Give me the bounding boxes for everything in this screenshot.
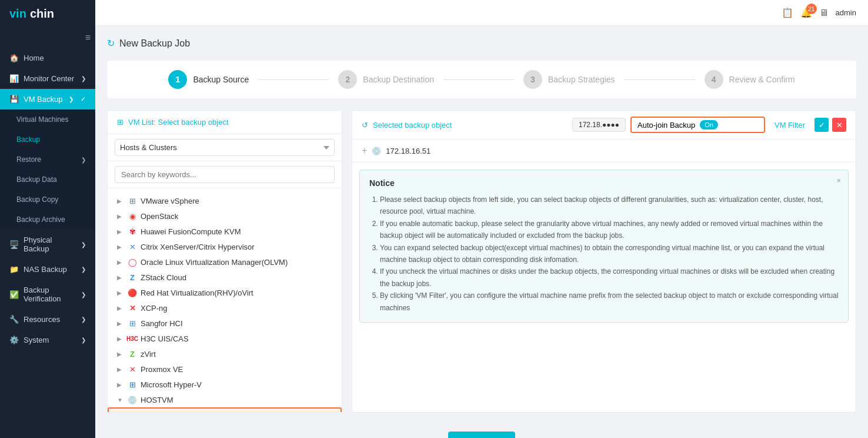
sidebar-sub-label: Backup Data [16,175,57,184]
step-4-number: 4 [705,70,723,89]
left-panel-title: VM List: Select backup object [128,118,229,127]
monitor-screen-icon[interactable]: 🖥 [819,8,829,18]
sidebar-sub-label: Restore [16,155,41,164]
expand-icon: ▶ [117,274,124,281]
sidebar-item-backup[interactable]: Backup [0,130,95,150]
sidebar-item-nas-backup[interactable]: 📁 NAS Backup ❯ [0,259,95,280]
step-2-label: Backup Destination [363,75,434,84]
tree-item-proxmox[interactable]: ▶ ✕ Proxmox VE [108,361,342,377]
tree-item-xcp[interactable]: ▶ ✕ XCP-ng [108,300,342,316]
refresh-icon[interactable]: ↻ [107,38,115,49]
expand-icon: ▼ [117,397,124,403]
hamburger-icon[interactable]: ≡ [0,28,95,48]
ip-badge: 172.18.●●●● [572,118,626,132]
auto-join-input[interactable] [723,121,758,130]
hosts-clusters-dropdown[interactable]: Hosts & Clusters [115,139,335,156]
citrix-icon: ✕ [128,242,137,251]
logo: vinchin [0,0,95,28]
sidebar-item-vm-backup[interactable]: 💾 VM Backup ❯ ✓ [0,89,95,110]
left-panel-header: ⊞ VM List: Select backup object [108,111,342,134]
sidebar-item-virtual-machines[interactable]: Virtual Machines [0,110,95,130]
cancel-button[interactable]: ✕ [832,118,846,132]
sidebar-item-system[interactable]: ⚙️ System ❯ [0,330,95,350]
expand-icon: ▶ [117,305,124,311]
chevron-right-icon: ❯ [81,157,86,163]
confirm-button[interactable]: ✓ [814,118,829,132]
sidebar-item-monitor[interactable]: 📊 Monitor Center ❯ [0,68,95,89]
tree-item-redhat[interactable]: ▶ 🔴 Red Hat Virtualization(RHV)/oVirt [108,285,342,300]
step-3-number: 3 [523,70,542,89]
wizard-step-4: 4 Review & Confirm [705,70,795,89]
tree-label: Proxmox VE [141,365,337,374]
sidebar-item-physical-backup[interactable]: 🖥️ Physical Backup ❯ [0,230,95,259]
tree-item-vmware[interactable]: ▶ ⊞ VMware vSphere [108,193,342,208]
sidebar-item-home[interactable]: 🏠 Home [0,48,95,68]
sidebar-item-backup-copy[interactable]: Backup Copy [0,190,95,210]
tree-item-hostvm-ip[interactable]: ▼ 💿 172.18.●●●● Sync Expand all Collapse… [108,407,342,412]
step-connector-3 [625,79,695,80]
sidebar-item-backup-data[interactable]: Backup Data [0,170,95,190]
system-icon: ⚙️ [9,336,19,344]
sidebar-item-restore[interactable]: Restore ❯ [0,150,95,170]
tree-item-huawei[interactable]: ▶ ✾ Huawei FusionCompute KVM [108,224,342,239]
home-icon: 🏠 [9,54,19,62]
expand-icon: ▶ [117,366,124,373]
tree-label: Sangfor HCI [141,319,337,328]
messages-icon[interactable]: 📋 [782,7,793,18]
sidebar-item-backup-archive[interactable]: Backup Archive [0,210,95,230]
tree-item-hostvm[interactable]: ▼ 💿 HOSTVM [108,392,342,407]
right-panel-header: ↺ Selected backup object 172.18.●●●● Aut… [352,111,856,140]
logo-vin: vin [9,7,26,21]
selected-icon: ↺ [362,121,368,130]
openstack-icon: ◉ [128,211,137,221]
chevron-right-icon: ❯ [81,291,86,298]
nas-backup-icon: 📁 [9,265,19,274]
notification-icon[interactable]: 🔔 21 [800,7,812,18]
notice-item-2: If you enable automatic backup, please s… [380,218,839,242]
tree-label: Huawei FusionCompute KVM [141,227,337,236]
expand-icon: ▶ [117,244,124,250]
tree-item-sangfor[interactable]: ▶ ⊞ Sangfor HCI [108,316,342,331]
vm-backup-icon: 💾 [9,95,19,104]
sidebar-item-label: Monitor Center [24,74,74,83]
sidebar-sub-label: Backup [16,135,40,144]
tree-label: Oracle Linux Virtualization Manager(OLVM… [141,258,337,267]
next-button[interactable]: Next → [448,432,516,438]
chevron-right-icon: ❯ [81,75,86,82]
wizard-step-1: 1 Backup Source [168,70,249,89]
chevron-right-icon: ❯ [81,241,86,248]
expand-icon: ▶ [117,290,124,296]
sidebar-item-label: Physical Backup [24,235,76,253]
tree-item-h3c[interactable]: ▶ H3C H3C UIS/CAS [108,331,342,346]
step-connector-2 [443,79,514,80]
notice-item-5: By clicking 'VM Filter', you can configu… [380,290,839,314]
tree-label: XCP-ng [141,304,337,313]
right-panel-controls: 172.18.●●●● Auto-join Backup On VM Filte… [572,117,846,133]
tree-label: H3C UIS/CAS [141,334,337,343]
tree-label: Citrix XenServer/Citrix Hypervisor [141,243,337,251]
sidebar-item-resources[interactable]: 🔧 Resources ❯ [0,309,95,330]
toggle-on-indicator[interactable]: On [700,120,718,130]
sidebar-item-label: Home [24,54,44,62]
tree-item-zstack[interactable]: ▶ Z ZStack Cloud [108,270,342,285]
tree-item-zvirt[interactable]: ▶ Z zVirt [108,346,342,361]
vmware-icon: ⊞ [128,196,137,205]
main-content: 📋 🔔 21 🖥 admin ↻ New Backup Job 1 Backup… [95,0,868,438]
tree-label: OpenStack [141,212,337,221]
verification-icon: ✅ [9,290,19,299]
vm-filter-button[interactable]: VM Filter [770,118,810,132]
step-1-label: Backup Source [193,75,249,84]
notice-close-button[interactable]: × [836,176,841,185]
search-input[interactable] [115,166,335,183]
notice-title: Notice [369,178,839,188]
sidebar-item-backup-verification[interactable]: ✅ Backup Verification ❯ [0,280,95,309]
tree-item-hyperv[interactable]: ▶ ⊞ Microsoft Hyper-V [108,377,342,392]
tree-item-openstack[interactable]: ▶ ◉ OpenStack [108,208,342,224]
expand-icon: ▶ [117,198,124,204]
auto-join-toggle[interactable]: Auto-join Backup On [630,117,765,133]
user-label[interactable]: admin [836,8,856,17]
tree-item-citrix[interactable]: ▶ ✕ Citrix XenServer/Citrix Hypervisor [108,239,342,254]
panels-container: ⊞ VM List: Select backup object Hosts & … [107,110,856,413]
redhat-icon: 🔴 [128,288,137,297]
tree-item-oracle[interactable]: ▶ ◯ Oracle Linux Virtualization Manager(… [108,254,342,270]
